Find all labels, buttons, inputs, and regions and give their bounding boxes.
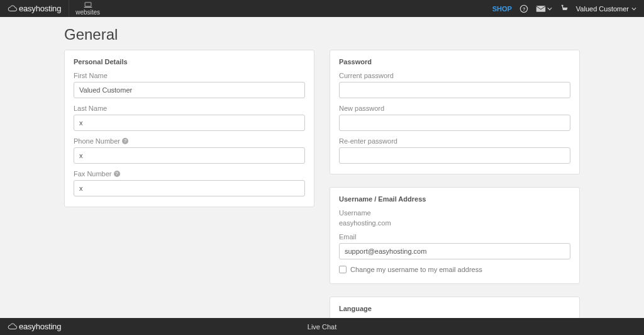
change-username-label: Change my username to my email address: [350, 266, 482, 273]
username-email-panel: Username / Email Address Username easyho…: [330, 187, 580, 284]
shop-link[interactable]: SHOP: [492, 5, 512, 13]
last-name-field: Last Name: [74, 105, 305, 131]
first-name-label: First Name: [74, 72, 305, 79]
header-left: easyhosting websites: [8, 0, 106, 17]
fax-help-icon[interactable]: ?: [114, 171, 120, 177]
personal-details-panel: Personal Details First Name Last Name Ph…: [64, 50, 314, 207]
username-label: Username: [339, 209, 570, 217]
password-panel-title: Password: [339, 58, 570, 65]
change-username-row: Change my username to my email address: [339, 266, 570, 273]
reenter-password-input[interactable]: [339, 147, 570, 164]
current-password-label: Current password: [339, 72, 570, 79]
new-password-label: New password: [339, 105, 570, 112]
phone-label: Phone Number ?: [74, 137, 305, 145]
page-content: General Personal Details First Name Last…: [64, 17, 580, 335]
phone-field: Phone Number ?: [74, 137, 305, 164]
phone-help-icon[interactable]: ?: [122, 138, 128, 144]
cloud-icon: [8, 5, 18, 12]
columns: Personal Details First Name Last Name Ph…: [64, 50, 580, 335]
personal-details-title: Personal Details: [74, 58, 305, 65]
footer-logo[interactable]: easyhosting: [8, 318, 61, 335]
last-name-label: Last Name: [74, 105, 305, 112]
right-column: Password Current password New password R…: [330, 50, 580, 335]
current-password-field: Current password: [339, 72, 570, 98]
top-header: easyhosting websites SHOP ? Valued Custo…: [0, 0, 644, 17]
header-right: SHOP ? Valued Customer: [492, 4, 636, 13]
cart-icon[interactable]: [560, 4, 569, 13]
page-title: General: [64, 26, 580, 43]
fax-input[interactable]: [74, 180, 305, 196]
svg-rect-4: [562, 4, 564, 6]
nav-websites[interactable]: websites: [69, 0, 106, 17]
cloud-icon: [8, 323, 18, 330]
password-panel: Password Current password New password R…: [330, 50, 580, 174]
left-column: Personal Details First Name Last Name Ph…: [64, 50, 314, 207]
help-icon[interactable]: ?: [519, 4, 528, 13]
laptop-icon: [84, 2, 92, 8]
nav-websites-label: websites: [75, 9, 100, 16]
live-chat-link[interactable]: Live Chat: [308, 323, 336, 331]
last-name-input[interactable]: [74, 115, 305, 131]
language-panel-title: Language: [339, 305, 570, 312]
brand-logo[interactable]: easyhosting: [8, 0, 69, 17]
new-password-input[interactable]: [339, 115, 570, 131]
chevron-down-icon: [547, 7, 552, 11]
current-password-input[interactable]: [339, 82, 570, 98]
first-name-input[interactable]: [74, 82, 305, 98]
user-menu[interactable]: Valued Customer: [576, 5, 636, 13]
fax-label-text: Fax Number: [74, 170, 112, 178]
svg-rect-3: [536, 6, 545, 12]
svg-text:?: ?: [522, 6, 525, 11]
change-username-checkbox[interactable]: [339, 266, 347, 273]
email-label: Email: [339, 233, 570, 241]
email-input[interactable]: [339, 243, 570, 259]
username-email-title: Username / Email Address: [339, 195, 570, 203]
fax-field: Fax Number ?: [74, 170, 305, 196]
first-name-field: First Name: [74, 72, 305, 98]
fax-label: Fax Number ?: [74, 170, 305, 178]
new-password-field: New password: [339, 105, 570, 131]
email-field: Email: [339, 233, 570, 259]
footer: easyhosting Live Chat: [0, 318, 644, 335]
footer-brand-text: easyhosting: [19, 322, 61, 331]
chevron-down-icon: [631, 7, 636, 11]
reenter-password-field: Re-enter password: [339, 137, 570, 164]
svg-rect-0: [85, 2, 91, 6]
mail-icon[interactable]: [536, 5, 552, 13]
reenter-password-label: Re-enter password: [339, 137, 570, 145]
phone-input[interactable]: [74, 147, 305, 164]
phone-label-text: Phone Number: [74, 137, 120, 145]
user-name: Valued Customer: [576, 5, 629, 13]
username-value: easyhosting.com: [339, 219, 570, 227]
brand-text: easyhosting: [19, 4, 61, 13]
